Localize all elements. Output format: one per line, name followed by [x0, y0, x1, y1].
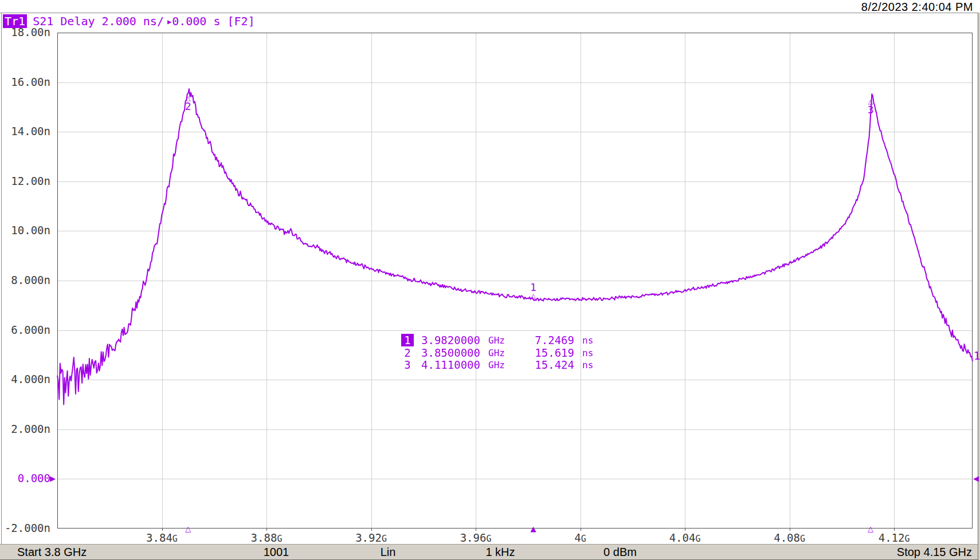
y-axis-label: 14.00n [0, 125, 50, 137]
marker-1-axis-indicator[interactable]: ▲ [530, 525, 536, 533]
x-axis-label: 3.96G [460, 531, 492, 544]
status-sweep-points[interactable]: 1001 [264, 546, 289, 559]
marker-frequency: 3.9820000 [414, 334, 480, 346]
x-axis-tick [162, 529, 163, 531]
x-axis-tick [685, 529, 685, 531]
x-axis-label: 4.08G [774, 531, 805, 544]
marker-2-axis-indicator[interactable]: △ [185, 525, 191, 533]
status-sweep-type[interactable]: Lin [381, 546, 396, 559]
x-axis-label: 4G [574, 531, 586, 544]
marker-frequency: 4.1110000 [414, 358, 480, 371]
y-axis-label: 8.000n [0, 274, 50, 286]
marker-number: 1 [530, 282, 536, 293]
x-axis-tick [790, 529, 790, 531]
marker-number: 3 [868, 105, 874, 115]
x-axis-label: 3.92G [355, 531, 387, 544]
y-axis-label: 0.000 [0, 472, 50, 484]
marker-triangle-icon: △ [530, 293, 536, 299]
status-power-level[interactable]: 0 dBm [603, 546, 637, 559]
datetime: 8/2/2023 2:40:04 PM [861, 1, 973, 14]
marker-readout-number: 3 [401, 358, 414, 371]
reference-level-arrow-right: ◀ [973, 474, 979, 484]
status-start-frequency[interactable]: Start 3.8 GHz [17, 546, 87, 559]
marker-value: 15.424 [510, 358, 574, 371]
trace-number-label: 1 [974, 349, 980, 362]
x-axis-tick [371, 529, 372, 531]
marker-readout-number: 1 [401, 334, 414, 346]
x-axis-tick [894, 529, 895, 531]
marker-frequency-unit: GHz [488, 358, 505, 370]
x-axis-label: 4.12G [879, 531, 910, 544]
trace-softkey: [F2] [228, 14, 255, 28]
marker-frequency-unit: GHz [488, 346, 505, 358]
marker-3[interactable]: △3 [868, 98, 874, 115]
graticule-border [57, 33, 973, 529]
x-axis-tick [581, 529, 581, 531]
marker-frequency: 3.8500000 [414, 346, 480, 359]
marker-value: 15.619 [510, 346, 574, 359]
y-axis-label: 18.00n [0, 26, 50, 38]
x-axis-tick [476, 529, 476, 531]
y-axis-label: 12.00n [0, 175, 50, 187]
y-axis-label: 10.00n [0, 224, 50, 236]
y-axis-label: 2.000n [0, 423, 50, 435]
x-axis-tick [266, 529, 267, 531]
trace-ref-level: 0.000 s [172, 14, 220, 28]
ref-level-icon: ▶ [167, 18, 171, 26]
status-stop-frequency[interactable]: Stop 4.15 GHz [897, 546, 972, 559]
x-axis-label: 3.84G [146, 531, 178, 544]
marker-readout-number: 2 [401, 346, 414, 359]
y-axis-label: -2.000n [0, 522, 50, 534]
reference-level-arrow-left: ▶ [50, 474, 56, 484]
trace-format: Delay [60, 14, 95, 28]
y-axis-label: 16.00n [0, 76, 50, 88]
x-axis-label: 3.88G [251, 531, 283, 544]
status-if-bandwidth[interactable]: 1 kHz [485, 546, 515, 559]
vna-screen: 8/2/2023 2:40:04 PM Tr1S21 Delay 2.000 n… [0, 0, 980, 560]
status-bar: Start 3.8 GHz 1001 Lin 1 kHz 0 dBm Stop … [0, 544, 978, 560]
marker-2[interactable]: △2 [185, 95, 191, 112]
x-axis-label: 4.04G [669, 531, 701, 544]
y-axis-label: 6.000n [0, 324, 50, 336]
marker-3-axis-indicator[interactable]: △ [868, 525, 873, 533]
frame-top-divider [0, 13, 980, 13]
marker-value-unit: ns [582, 346, 593, 358]
marker-frequency-unit: GHz [488, 334, 505, 346]
marker-value: 7.2469 [510, 334, 574, 346]
marker-value-unit: ns [582, 358, 593, 370]
trace-scale: 2.000 ns/ [102, 14, 164, 28]
marker-1[interactable]: 1△ [530, 282, 536, 299]
y-axis-label: 4.000n [0, 373, 50, 385]
marker-value-unit: ns [582, 334, 593, 346]
marker-number: 2 [185, 101, 191, 112]
